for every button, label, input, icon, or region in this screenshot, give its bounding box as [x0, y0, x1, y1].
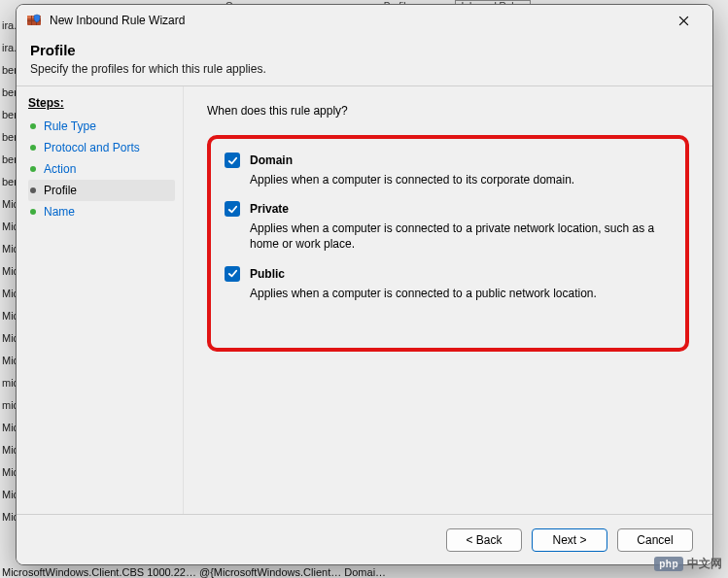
close-icon — [678, 16, 689, 26]
back-button[interactable]: < Back — [446, 528, 522, 552]
steps-heading: Steps: — [28, 96, 175, 110]
question-text: When does this rule apply? — [207, 104, 689, 118]
step-label: Name — [44, 205, 75, 219]
step-label: Protocol and Ports — [44, 141, 140, 154]
cancel-button[interactable]: Cancel — [617, 528, 693, 552]
annotation-highlight-box: DomainApplies when a computer is connect… — [207, 135, 689, 352]
option-description: Applies when a computer is connected to … — [250, 286, 672, 301]
option-label[interactable]: Public — [250, 267, 285, 281]
step-bullet-icon — [30, 166, 36, 172]
profile-option-public: PublicApplies when a computer is connect… — [225, 266, 672, 301]
profile-option-domain: DomainApplies when a computer is connect… — [225, 153, 672, 187]
profile-option-private: PrivateApplies when a computer is connec… — [225, 201, 672, 252]
step-profile: Profile — [28, 180, 175, 201]
option-label[interactable]: Private — [250, 202, 289, 216]
step-bullet-icon — [30, 123, 36, 129]
next-button[interactable]: Next > — [532, 528, 607, 552]
wizard-content: When does this rule apply? DomainApplies… — [184, 86, 712, 514]
step-protocol-and-ports[interactable]: Protocol and Ports — [28, 137, 175, 158]
step-label: Rule Type — [44, 119, 96, 133]
window-title: New Inbound Rule Wizard — [50, 14, 662, 27]
steps-sidebar: Steps: Rule TypeProtocol and PortsAction… — [17, 86, 184, 514]
background-status-text: MicrosoftWindows.Client.CBS 1000.22… @{M… — [0, 566, 386, 578]
step-bullet-icon — [30, 145, 36, 151]
page-title: Profile — [30, 42, 699, 58]
step-rule-type[interactable]: Rule Type — [28, 116, 175, 137]
step-action[interactable]: Action — [28, 158, 175, 180]
titlebar: New Inbound Rule Wizard — [17, 5, 712, 36]
close-button[interactable] — [662, 7, 705, 34]
wizard-footer: < Back Next > Cancel — [17, 514, 712, 564]
wizard-header: Profile Specify the profiles for which t… — [17, 36, 712, 85]
wizard-dialog: New Inbound Rule Wizard Profile Specify … — [16, 4, 713, 565]
checkbox-public[interactable] — [225, 266, 240, 282]
step-bullet-icon — [30, 187, 36, 193]
option-description: Applies when a computer is connected to … — [250, 221, 672, 252]
checkbox-domain[interactable] — [225, 153, 240, 168]
firewall-icon — [26, 13, 42, 28]
option-description: Applies when a computer is connected to … — [250, 172, 672, 187]
step-label: Profile — [44, 184, 77, 197]
step-name[interactable]: Name — [28, 201, 175, 222]
step-label: Action — [44, 162, 76, 176]
option-label[interactable]: Domain — [250, 153, 293, 167]
page-subtitle: Specify the profiles for which this rule… — [30, 62, 699, 76]
step-bullet-icon — [30, 209, 36, 215]
checkbox-private[interactable] — [225, 201, 240, 217]
svg-rect-3 — [31, 16, 32, 25]
